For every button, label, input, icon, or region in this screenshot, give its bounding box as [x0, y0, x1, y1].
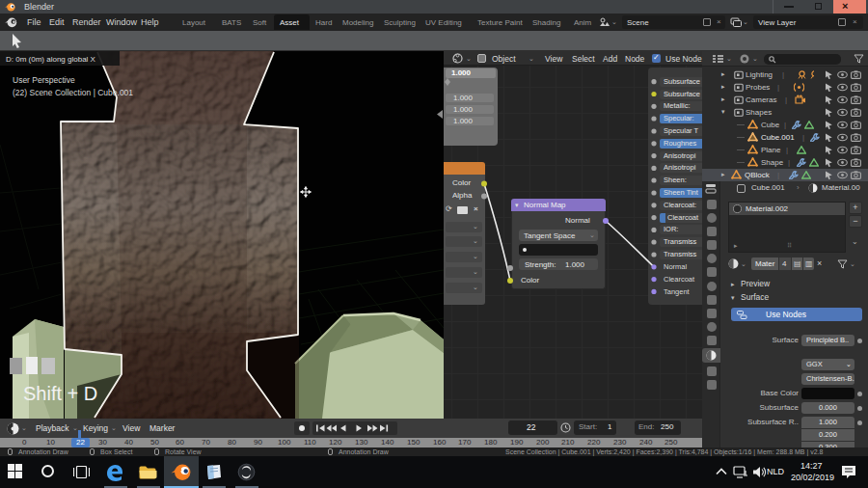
svg-text:Shift + D: Shift + D	[23, 383, 97, 404]
svg-text:User Perspective: User Perspective	[13, 75, 75, 85]
svg-text:(22) Scene Collection | Cube.0: (22) Scene Collection | Cube.001	[13, 88, 133, 97]
svg-text:D: 0m (0m) along global X: D: 0m (0m) along global X	[6, 55, 96, 64]
